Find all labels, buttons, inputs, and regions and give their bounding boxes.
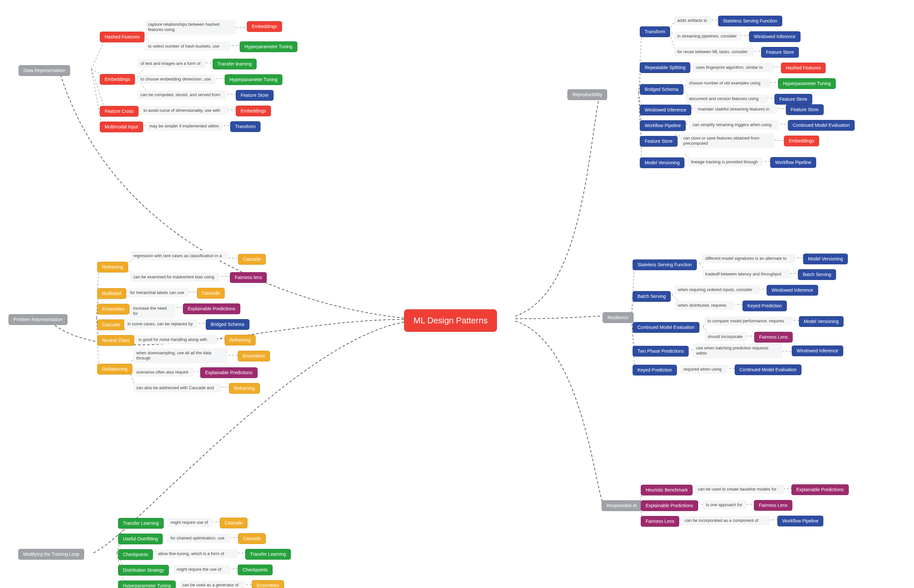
pattern-neutral-class: Neutral Class — [97, 335, 134, 346]
desc-rp-wp-1: can simplify retraining triggers when us… — [689, 120, 779, 129]
target-feature-store-1: Feature Store — [236, 90, 273, 101]
desc-ra-ep-1: is one approach for — [703, 500, 747, 509]
target-reframing-1: Reframing — [225, 335, 256, 346]
desc-pr-en-1: increase the need for — [130, 304, 175, 318]
desc-rs-ss-2: tradeoff between latency and throughput — [702, 270, 790, 279]
target-feature-store-4: Feature Store — [786, 104, 824, 115]
desc-ra-fl-1: can be incorporated as a component of — [681, 516, 770, 525]
desc-tl-cp-1: allow fine-tuning, which is a form of — [155, 549, 238, 558]
target-workflow-pipeline-1: Workflow Pipeline — [770, 157, 816, 168]
desc-rs-kp-1: required when using — [680, 365, 728, 374]
target-hyperparam-3: Hyperparameter Tuning — [778, 78, 836, 89]
pattern-stateless-serving: Stateless Serving Function — [633, 260, 697, 270]
pattern-batch-serving: Batch Serving — [633, 291, 671, 302]
pattern-repeatable-splitting: Repeatable Splitting — [640, 62, 690, 73]
desc-rp-mv-1: lineage tracking is provided through — [688, 157, 763, 166]
desc-pr-rf-1: regression with rare cases as classifica… — [130, 251, 228, 260]
target-cme-1: Continued Model Evaluation — [788, 120, 855, 131]
target-fairness-lens-3: Fairness Lens — [754, 500, 793, 511]
target-checkpoints-1: Checkpoints — [238, 565, 273, 575]
pattern-multilabel: Multilabel — [97, 288, 126, 299]
pattern-cascade: Cascade — [97, 320, 125, 330]
target-cascade-4: Cascade — [238, 533, 266, 544]
pattern-windowed-inference: Windowed Inference — [640, 105, 691, 115]
desc-dr-fc-1: to avoid curse of dimensionality, use wi… — [140, 106, 228, 115]
target-ensembles-1: Ensembles — [238, 351, 270, 362]
pattern-hyperparameter-tuning: Hyperparameter Tuning — [118, 580, 176, 588]
target-feature-store-3: Feature Store — [775, 94, 812, 105]
pattern-keyed-prediction: Keyed Prediction — [633, 365, 677, 375]
target-cme-2: Continued Model Evaluation — [734, 364, 801, 375]
desc-rs-tp-1: use when batching prediction requests wi… — [693, 344, 783, 358]
desc-tl-tf-1: might require use of — [167, 518, 213, 527]
target-reframing-2: Reframing — [229, 383, 260, 394]
target-stateless-1: Stateless Serving Function — [718, 16, 782, 26]
desc-dr-hashed-1: capture relationships between hashed fea… — [145, 20, 236, 34]
center-title: ML Design Patterns — [404, 309, 497, 332]
pattern-distribution-strategy: Distribution Strategy — [118, 565, 169, 576]
desc-dr-emb-3: can be computed, stored, and served from — [137, 90, 227, 99]
target-transfer-learning-1: Transfer learning — [213, 59, 257, 69]
target-hashed-features-1: Hashed Features — [781, 63, 826, 73]
pattern-checkpoints: Checkpoints — [118, 549, 153, 560]
pattern-transfer-learning: Transfer Learning — [118, 518, 164, 529]
target-embeddings-1: Embeddings — [247, 21, 282, 32]
pattern-multimodal-input: Multimodal Input — [100, 121, 143, 132]
pattern-feature-cross: Feature Cross — [100, 106, 139, 117]
desc-tl-ds-1: might require the use of — [173, 565, 231, 574]
pattern-bridged-schema: Bridged Schema — [640, 84, 683, 95]
desc-pr-rb-1: when downsampling, use all all the data … — [133, 349, 228, 363]
desc-rs-cme-1: to compare model performance, requires — [704, 317, 793, 326]
desc-dr-emb-2: to choose embedding dimension, use — [137, 74, 215, 84]
category-resilience: Resilience — [603, 312, 634, 323]
desc-pr-ml-1: for hierarchial labels can use — [127, 288, 189, 297]
pattern-hashed-features: Hashed Features — [100, 32, 144, 42]
desc-rs-bs-1: when requiring ordered inputs, consider — [675, 285, 759, 294]
target-windowed-1: Windowed Inference — [749, 31, 801, 42]
desc-rs-cme-2: should incorporate — [704, 332, 747, 341]
target-windowed-2: Windowed Inference — [767, 285, 818, 296]
target-embeddings-3: Embeddings — [784, 136, 819, 146]
desc-ra-hb-1: can be used to create baseline models fo… — [694, 485, 784, 494]
target-hyperparam-1: Hyperparameter Tuning — [239, 41, 298, 52]
desc-tl-ht-1: can be used as a generator of — [179, 580, 244, 588]
desc-pr-cs-1: in some cases, can be replaced by — [124, 320, 197, 328]
desc-dr-hashed-2: to select number of hash buckets, use — [145, 42, 230, 51]
desc-rp-tf-2: in streaming pipelines, consider — [674, 32, 741, 41]
target-hyperparam-2: Hyperparameter Tuning — [225, 74, 282, 85]
target-model-versioning-1: Model Versioning — [803, 254, 848, 264]
pattern-embeddings: Embeddings — [100, 74, 135, 85]
target-explainable-2: Explainable Predictions — [200, 367, 257, 378]
category-reproducibility: Reproducibility — [567, 89, 607, 100]
category-data-rep: Data Representation — [19, 65, 70, 76]
desc-rp-wi-1: maintain stateful streaming features in — [694, 105, 778, 114]
desc-rs-ss-1: different model signatures is an alterna… — [702, 254, 795, 263]
desc-pr-nc-1: is good for noise handling along with — [135, 335, 217, 344]
category-responsible-ai: Responsible AI — [602, 500, 642, 511]
desc-rp-rs-1: uses fingerprint algorithm, similar to — [692, 63, 774, 72]
pattern-ensembles: Ensembles — [97, 304, 129, 315]
desc-pr-rb-2: scenarios often also require — [133, 368, 193, 377]
target-cascade-2: Cascade — [197, 288, 225, 299]
target-explainable-3: Explainable Predictions — [791, 485, 849, 495]
pattern-rebalancing: Rebalancing — [97, 364, 133, 375]
desc-pr-rb-3: can also be addressed with Cascade and — [133, 383, 221, 393]
target-bridged-schema-1: Bridged Schema — [206, 319, 249, 330]
category-train-loop: Modifying the Training Loop — [18, 549, 84, 560]
target-windowed-3: Windowed Inference — [792, 346, 843, 356]
desc-dr-emb-1: of text and images are a form of — [137, 59, 206, 68]
desc-tl-uo-1: for chained optimization, use — [167, 533, 231, 543]
pattern-two-phase: Two Phase Predictions — [633, 346, 689, 357]
target-feature-store-2: Feature Store — [761, 47, 799, 58]
pattern-explainable-predictions: Explainable Predictions — [641, 500, 698, 511]
desc-rp-tf-1: adds artifacts to — [674, 16, 712, 25]
target-cascade-3: Cascade — [220, 518, 248, 528]
target-fairness-lens-2: Fairness Lens — [754, 332, 793, 342]
desc-pr-rf-2: can be examined for inadvertent bias usi… — [130, 273, 220, 282]
target-cascade-1: Cascade — [238, 254, 266, 265]
category-problem-rep: Problem Representation — [8, 314, 68, 325]
target-batch-serving-1: Batch Serving — [798, 269, 836, 280]
pattern-fairness-lens: Fairness Lens — [641, 516, 679, 527]
target-transfer-learning-2: Transfer Learning — [245, 549, 291, 560]
pattern-workflow-pipeline: Workflow Pipeline — [640, 120, 686, 131]
